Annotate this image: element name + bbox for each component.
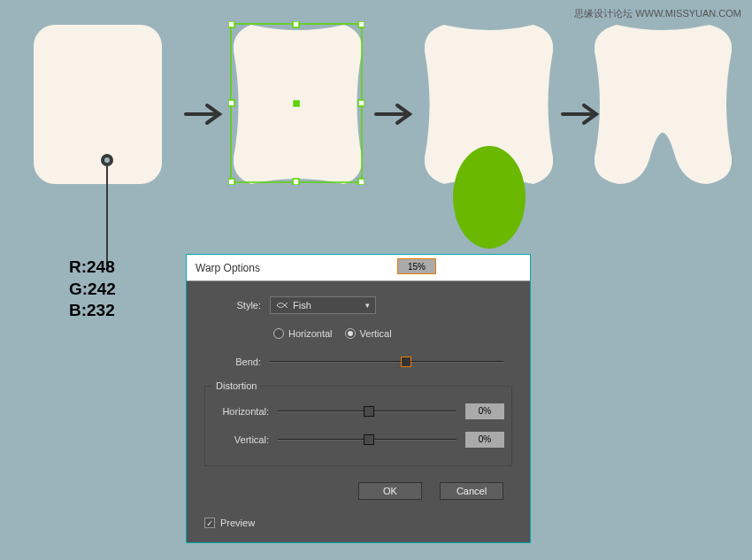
svg-rect-4 bbox=[358, 21, 364, 27]
dv-label: Vertical: bbox=[212, 434, 278, 445]
svg-rect-10 bbox=[294, 101, 299, 106]
horizontal-label: Horizontal bbox=[288, 328, 333, 339]
g-value: G:242 bbox=[69, 279, 116, 301]
distortion-group: Distortion Horizontal: 0% Vertical: 0% bbox=[204, 380, 512, 466]
svg-rect-2 bbox=[228, 21, 234, 27]
rgb-readout: R:248 G:242 B:232 bbox=[69, 257, 116, 322]
preview-checkbox[interactable] bbox=[204, 518, 215, 528]
style-select[interactable]: Fish bbox=[270, 296, 376, 314]
arrow-icon bbox=[561, 101, 603, 127]
preview-label: Preview bbox=[220, 518, 255, 528]
svg-rect-8 bbox=[293, 179, 299, 185]
dh-value[interactable]: 0% bbox=[465, 403, 504, 419]
fish-icon bbox=[276, 300, 288, 311]
selection-box[interactable] bbox=[228, 21, 364, 185]
style-label: Style: bbox=[204, 300, 270, 311]
step1-shape bbox=[34, 25, 162, 184]
svg-rect-6 bbox=[358, 100, 364, 106]
svg-rect-3 bbox=[293, 21, 299, 27]
bend-slider[interactable] bbox=[270, 356, 503, 368]
arrow-icon bbox=[374, 101, 417, 127]
green-oval bbox=[453, 146, 526, 249]
arrow-icon bbox=[184, 101, 226, 127]
horizontal-radio[interactable] bbox=[273, 328, 284, 339]
distortion-legend: Distortion bbox=[212, 380, 260, 391]
svg-rect-7 bbox=[228, 179, 234, 185]
dv-slider[interactable] bbox=[278, 433, 457, 446]
dialog-title: Warp Options bbox=[187, 255, 530, 281]
vertical-radio[interactable] bbox=[345, 328, 356, 339]
step4-shape bbox=[595, 25, 732, 184]
svg-rect-0 bbox=[34, 25, 162, 184]
svg-rect-9 bbox=[358, 179, 364, 185]
dv-value[interactable]: 0% bbox=[465, 432, 504, 448]
bend-value[interactable]: 15% bbox=[397, 258, 436, 274]
dh-slider[interactable] bbox=[278, 405, 457, 418]
cancel-button[interactable]: Cancel bbox=[440, 482, 503, 500]
preview-checkbox-row[interactable]: Preview bbox=[204, 518, 255, 528]
tutorial-steps bbox=[18, 18, 743, 195]
bend-label: Bend: bbox=[204, 357, 270, 367]
b-value: B:232 bbox=[69, 300, 116, 322]
vertical-label: Vertical bbox=[360, 328, 392, 339]
warp-options-dialog: Warp Options Style: Fish Horizontal Vert… bbox=[186, 254, 531, 543]
r-value: R:248 bbox=[69, 257, 116, 279]
color-pointer bbox=[101, 154, 113, 269]
dh-label: Horizontal: bbox=[212, 406, 278, 417]
svg-rect-5 bbox=[228, 100, 234, 106]
ok-button[interactable]: OK bbox=[358, 482, 422, 500]
style-value: Fish bbox=[293, 300, 311, 311]
